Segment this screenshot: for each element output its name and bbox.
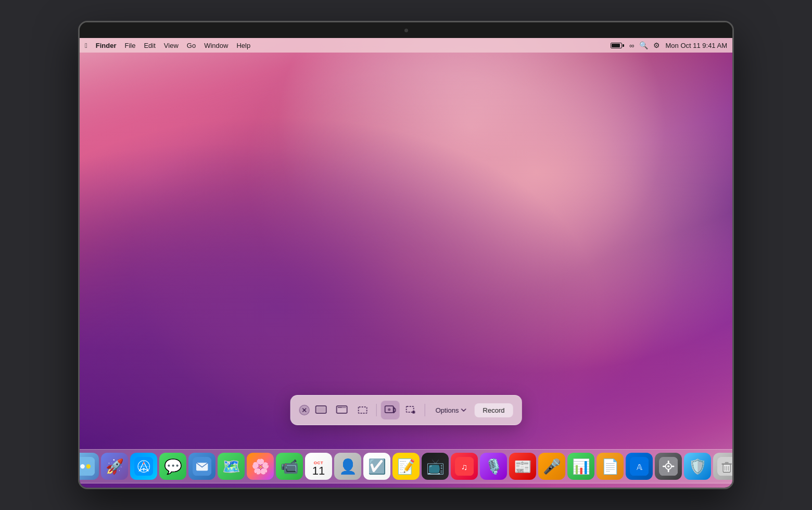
svg-rect-39	[663, 466, 666, 467]
svg-point-18	[80, 464, 84, 468]
svg-rect-37	[668, 461, 669, 464]
screen:  Finder File Edit View Go Window Help ∞…	[80, 38, 732, 488]
menubar-left:  Finder File Edit View Go Window Help	[85, 42, 611, 49]
dock-icon-reminders[interactable]: ☑️	[363, 453, 390, 480]
dock-icon-contacts[interactable]: 👤	[334, 453, 361, 480]
svg-marker-12	[394, 407, 396, 413]
svg-point-19	[86, 464, 90, 468]
search-icon[interactable]: 🔍	[639, 41, 648, 49]
svg-rect-43	[721, 463, 732, 464]
toolbar-divider-1	[376, 404, 377, 416]
close-button[interactable]	[299, 405, 310, 415]
mac-frame:  Finder File Edit View Go Window Help ∞…	[78, 21, 734, 489]
dock: 🚀 💬	[80, 449, 732, 483]
dock-icon-launchpad[interactable]: 🚀	[101, 453, 128, 480]
svg-rect-40	[671, 466, 675, 467]
dock-icon-maps[interactable]: 🗺️	[218, 453, 245, 480]
battery-indicator	[611, 43, 624, 48]
dock-icon-adguard[interactable]: 🛡️	[684, 453, 711, 480]
svg-rect-44	[725, 462, 728, 464]
wifi-icon: ∞	[629, 42, 634, 49]
svg-rect-38	[668, 469, 669, 473]
dock-icon-mail[interactable]	[188, 453, 215, 480]
camera	[404, 29, 408, 32]
options-button[interactable]: Options	[429, 403, 473, 417]
dock-icon-messages[interactable]: 💬	[159, 453, 186, 480]
dock-icon-notes[interactable]: 📝	[392, 453, 420, 480]
record-selection-button[interactable]	[402, 401, 421, 419]
dock-icon-keynote[interactable]: 🎤	[538, 453, 565, 480]
view-menu[interactable]: View	[164, 42, 179, 49]
dock-icon-photos[interactable]: 🌸	[247, 453, 274, 480]
svg-text:𝔸: 𝔸	[636, 463, 642, 471]
dock-icon-pages[interactable]: 📄	[597, 453, 624, 480]
toolbar-divider-2	[425, 404, 425, 416]
finder-menu[interactable]: Finder	[96, 42, 117, 49]
dock-icon-finder[interactable]	[80, 453, 99, 480]
svg-point-9	[340, 407, 341, 408]
svg-point-13	[388, 409, 390, 411]
dock-icon-appletv[interactable]: 📺	[422, 453, 449, 480]
datetime-display: Mon Oct 11 9:41 AM	[665, 42, 727, 49]
help-menu[interactable]: Help	[236, 42, 250, 49]
capture-selection-button[interactable]	[353, 401, 372, 419]
capture-window-button[interactable]	[333, 401, 351, 419]
svg-point-16	[413, 412, 414, 413]
svg-rect-6	[338, 407, 346, 408]
calendar-day: 11	[312, 465, 325, 477]
screenshot-toolbar: Options Record	[290, 395, 522, 425]
control-center-icon[interactable]: ⚙	[653, 41, 660, 49]
dock-icon-news[interactable]: 📰	[509, 453, 536, 480]
file-menu[interactable]: File	[124, 42, 135, 49]
go-menu[interactable]: Go	[187, 42, 196, 49]
svg-rect-10	[359, 407, 367, 413]
edit-menu[interactable]: Edit	[144, 42, 155, 49]
record-label: Record	[483, 406, 504, 414]
record-button[interactable]: Record	[474, 403, 513, 417]
window-menu[interactable]: Window	[204, 42, 228, 49]
dock-icon-appstore[interactable]: 𝔸	[626, 453, 653, 480]
dock-icon-numbers[interactable]: 📊	[567, 453, 594, 480]
record-fullscreen-button[interactable]	[381, 401, 400, 419]
svg-point-36	[667, 465, 669, 467]
menubar-right: ∞ 🔍 ⚙ Mon Oct 11 9:41 AM	[611, 41, 727, 49]
apple-menu[interactable]: 	[85, 42, 87, 49]
dock-icon-podcasts[interactable]: 🎙️	[480, 453, 507, 480]
dock-icon-music[interactable]: ♫	[451, 453, 478, 480]
dock-icon-facetime[interactable]: 📹	[276, 453, 303, 480]
mac-bezel	[80, 22, 732, 38]
dock-icon-system-preferences[interactable]	[655, 453, 682, 480]
svg-text:♫: ♫	[461, 462, 468, 472]
options-label: Options	[436, 406, 459, 414]
svg-rect-4	[317, 407, 325, 412]
svg-point-7	[338, 407, 339, 408]
dock-icon-trash[interactable]	[713, 453, 732, 480]
dock-icon-calendar[interactable]: OCT 11	[305, 453, 332, 480]
capture-fullscreen-button[interactable]	[312, 401, 331, 419]
svg-point-8	[339, 407, 340, 408]
menubar:  Finder File Edit View Go Window Help ∞…	[80, 38, 732, 53]
dock-icon-safari[interactable]	[130, 453, 157, 480]
